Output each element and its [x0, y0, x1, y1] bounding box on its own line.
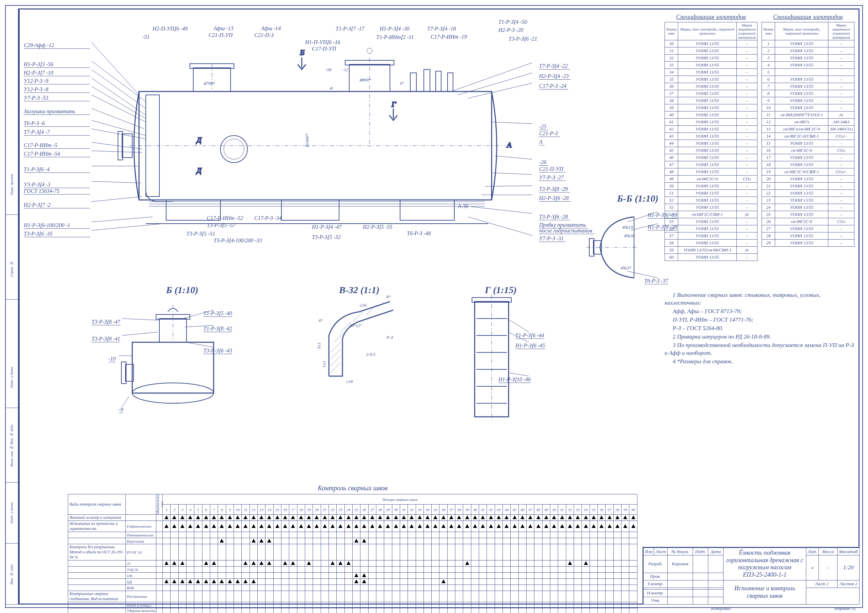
svg-text:-58: -58 — [326, 67, 332, 72]
callout: Т3-Р-З⌊6 -28 — [539, 214, 570, 220]
svg-line-44 — [91, 151, 143, 152]
callout: Заглушки прихватить — [24, 108, 90, 115]
svg-line-35 — [91, 61, 146, 102]
callout: У7-Р-З -53 — [24, 95, 90, 101]
callout: У3-Р-З⌊4 -3 — [24, 181, 90, 188]
svg-line-48 — [91, 217, 153, 222]
svg-line-47 — [91, 197, 143, 201]
spec-title-l: Спецификация электродов — [665, 14, 758, 21]
callout: А-36 — [458, 203, 468, 209]
callout: Н1-Р-З⌊3 -56 — [24, 61, 90, 68]
svg-rect-15 — [424, 70, 430, 91]
callout: Т3-Р-З⌊6 -21 — [508, 36, 538, 42]
callout: Т3-Р-З⌊6 -35 — [24, 231, 90, 237]
tb-nkontr: Н.контр. — [643, 589, 668, 597]
svg-line-102 — [508, 373, 529, 376]
svg-line-34 — [91, 42, 139, 95]
callout: С17-П-УП — [312, 46, 336, 52]
callout: -10 — [108, 356, 116, 362]
callout: С29-Афф -12 — [24, 42, 90, 49]
callout: -25 — [539, 124, 548, 130]
detail-b-title: Б (1:10) — [166, 285, 198, 296]
spec-title-r: Спецификация электродов — [761, 14, 854, 21]
svg-line-70 — [122, 396, 129, 407]
svg-line-109 — [627, 271, 658, 278]
callout: Т7-Р-З⌊4 -22 — [539, 63, 570, 70]
callout: Афш -13 — [214, 25, 233, 31]
tb-lit-val: и — [806, 556, 818, 580]
svg-text:≤18: ≤18 — [346, 379, 353, 384]
detail-g-view: Г (1:15) Т1-Р-З⌊6 -44Н1-Р-З⌊6 -45Н1-Р-З⌊… — [451, 288, 546, 430]
callout: У12-Р-З -9 — [24, 78, 90, 84]
svg-text:6°: 6° — [400, 80, 404, 86]
callout: У12-Р-З -8 — [24, 87, 90, 93]
callout: -26 — [539, 159, 548, 166]
technical-notes: 1 Выполнение сварных швов: стыковых, тав… — [665, 291, 854, 366]
callout: А — [539, 139, 544, 146]
callout: Т7-Р-З⌊4 -18 — [427, 25, 456, 32]
tb-razrab: Разраб. — [643, 556, 668, 573]
detail-bb-view: Б-Б (1:10) 4№19 4№38 4№37 Н1-Р-З⌊6 -39Н1… — [583, 203, 678, 298]
callout: Т1-Р-З⌊6 -44 — [515, 332, 544, 339]
callout: Т3-Р-З⌊6 -43 — [203, 347, 232, 354]
svg-text:4№19: 4№19 — [622, 224, 633, 230]
callout: С17-Р-ИНт -54 — [24, 151, 90, 157]
callout: Т1-Р-З⌊5 -40 — [203, 310, 232, 317]
callout: Т3-Р-З⌊5 -51 — [186, 231, 215, 237]
svg-rect-17 — [448, 73, 453, 91]
callout: Афш -14 — [261, 25, 281, 31]
callout: Т1-Р-З⌊7 -17 — [336, 25, 364, 32]
callout: С17-Р-З -24 — [539, 83, 568, 90]
drawing-area: Б Г Д Д А ⌀700* ⌀800* ⌀2400* -58 -12 -8 … — [24, 14, 675, 362]
tb-podp: Подп. — [693, 548, 708, 556]
callout: Н2-Р-З⌊6 -28 — [539, 195, 570, 201]
main-elevation-view: Б Г Д Д А ⌀700* ⌀800* ⌀2400* -58 -12 -8 … — [44, 14, 566, 257]
sb-4: Справ. № — [5, 238, 18, 300]
callout: С17-Р-ИНт -19 — [431, 34, 467, 40]
svg-line-67 — [122, 319, 160, 320]
svg-line-41 — [91, 120, 146, 136]
callout: Т3-Р-З⌊5 -32 — [312, 234, 341, 240]
svg-line-51 — [458, 73, 532, 95]
callout: Т3-Р-З⌊8 -41 — [91, 336, 120, 342]
svg-line-74 — [330, 362, 341, 373]
spec-table-left: Номер шваМарка, тип электрода, сварочной… — [665, 22, 758, 261]
svg-point-21 — [224, 139, 244, 159]
svg-line-76 — [330, 349, 341, 359]
callout: Н2-П-УП⌊6 -49 — [153, 25, 188, 32]
svg-text:6°: 6° — [319, 318, 323, 323]
svg-line-81 — [366, 305, 377, 315]
svg-text:-8: -8 — [329, 86, 333, 91]
callout: Н2-Р-З⌊5 -55 — [363, 224, 392, 230]
callout: Н1-Р-З⌊6-100/200 -1 — [24, 222, 90, 229]
svg-text:8°: 8° — [386, 294, 391, 299]
svg-text:Б: Б — [300, 48, 304, 57]
callout: Н2-Р-З⌊4 -23 — [539, 73, 570, 80]
callout: -51 — [143, 34, 150, 40]
svg-point-20 — [220, 136, 248, 163]
tb-scale: Масштаб — [837, 548, 860, 556]
callout: Н2-Р-З -20 — [498, 27, 523, 33]
callout: Н2-Р-З⌊7 -2 — [24, 201, 90, 208]
callout: С21-П-УП — [539, 166, 565, 172]
left-sidebar: Инв. № подл. Подп. и дата Взам. инв. № И… — [5, 8, 19, 605]
spec-table-right: Номер шваМарка, тип электрода, сварочной… — [761, 22, 854, 247]
svg-line-50 — [451, 63, 532, 91]
svg-line-49 — [91, 224, 163, 231]
tb-izm: Изм — [643, 548, 654, 556]
callout: ГОСТ 15634-75 — [24, 188, 90, 195]
ctrl-title: Контроль сварных швов — [68, 484, 637, 492]
callout: Н1-Р-З⌊4 -47 — [312, 224, 341, 230]
tb-date: Дата — [708, 548, 723, 556]
callout: С21-П-З — [254, 32, 274, 38]
svg-line-52 — [468, 83, 532, 98]
svg-text:⌀800*: ⌀800* — [360, 77, 371, 82]
tb-mass-val: – — [819, 556, 837, 580]
detail-bb-title: Б-Б (1:10) — [617, 193, 659, 204]
callout: Т1-Р-З⌊4 -50 — [498, 19, 527, 25]
control-table: Виды контроля сварных швовМонтажный шовН… — [68, 494, 637, 613]
callout: Т1-Р-З⌊6 -4 — [24, 166, 90, 173]
callout: С17-Р-ИНт -5 — [24, 142, 90, 149]
detail-v-title: В-32 (1:1) — [339, 285, 380, 296]
callout: Н1-П-УП⌊6 -16 — [305, 39, 340, 45]
